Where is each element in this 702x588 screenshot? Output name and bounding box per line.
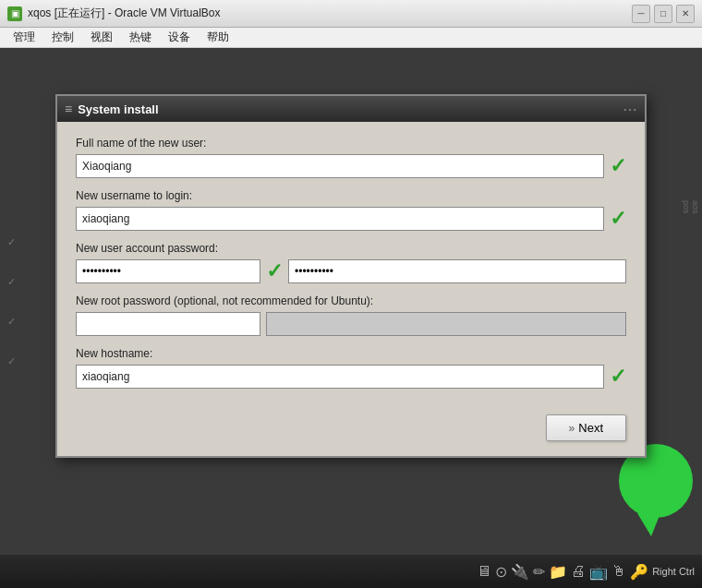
taskbar-icon-8[interactable]: 🖱	[611, 563, 626, 580]
left-decoration: ✓ ✓ ✓ ✓	[7, 236, 16, 367]
username-row: ✓	[76, 207, 626, 231]
dialog-title: System install	[78, 102, 158, 116]
next-button[interactable]: » Next	[546, 414, 626, 441]
system-install-dialog: ≡ System install ⋯ Full name of the new …	[55, 94, 647, 458]
dialog-content: Full name of the new user: ✓ New usernam…	[57, 122, 645, 403]
dialog-titlebar: ≡ System install ⋯	[57, 96, 645, 122]
menu-manage[interactable]: 管理	[6, 28, 42, 47]
username-input[interactable]	[76, 207, 604, 231]
minimize-button[interactable]: ─	[632, 5, 650, 23]
taskbar: 🖥 ⊙ 🔌 ✏ 📁 🖨 📺 🖱 🔑 Right Ctrl	[0, 555, 702, 588]
maximize-button[interactable]: □	[654, 5, 672, 23]
taskbar-icon-4[interactable]: ✏	[533, 563, 545, 581]
menu-bar: 管理 控制 视图 热键 设备 帮助	[0, 28, 702, 48]
taskbar-icon-3[interactable]: 🔌	[511, 563, 529, 581]
taskbar-icon-5[interactable]: 📁	[549, 563, 567, 581]
password-label: New user account password:	[76, 242, 626, 255]
close-button[interactable]: ✕	[676, 5, 695, 23]
menu-control[interactable]: 控制	[44, 28, 81, 47]
taskbar-icon-2[interactable]: ⊙	[495, 563, 507, 581]
side-decoration: aospos	[682, 200, 700, 214]
app-icon: ▣	[7, 6, 22, 21]
fullname-input[interactable]	[76, 154, 604, 178]
dialog-icon: ≡	[65, 102, 72, 116]
password-check-icon: ✓	[266, 261, 283, 282]
root-password-confirm-input[interactable]	[266, 312, 626, 336]
dialog-menu-dots[interactable]: ⋯	[623, 101, 637, 118]
taskbar-icon-1[interactable]: 🖥	[477, 563, 491, 580]
hostname-row: ✓	[76, 365, 626, 389]
taskbar-right-ctrl: Right Ctrl	[652, 566, 695, 577]
menu-device[interactable]: 设备	[161, 28, 198, 47]
hostname-check-icon: ✓	[610, 366, 626, 387]
root-password-label: New root password (optional, not recomme…	[76, 294, 626, 307]
menu-hotkey[interactable]: 热键	[122, 28, 159, 47]
dialog-title-left: ≡ System install	[65, 102, 159, 116]
title-bar: ▣ xqos [正在运行] - Oracle VM VirtualBox ─ □…	[0, 0, 702, 28]
vm-area: ✓ ✓ ✓ ✓ aospos ≡ System install ⋯ Full n…	[0, 48, 702, 555]
window-title: xqos [正在运行] - Oracle VM VirtualBox	[28, 6, 632, 21]
dialog-footer: » Next	[57, 403, 645, 456]
hostname-input[interactable]	[76, 365, 604, 389]
fullname-check-icon: ✓	[610, 156, 626, 176]
window-controls: ─ □ ✕	[632, 5, 695, 23]
username-check-icon: ✓	[610, 209, 626, 229]
taskbar-icon-7[interactable]: 📺	[589, 563, 608, 581]
password-confirm-input[interactable]	[288, 259, 626, 283]
menu-view[interactable]: 视图	[83, 28, 120, 47]
password-row: ✓	[76, 259, 626, 283]
fullname-label: Full name of the new user:	[76, 137, 626, 150]
next-arrows-icon: »	[569, 422, 575, 435]
menu-help[interactable]: 帮助	[200, 28, 236, 47]
taskbar-icon-9[interactable]: 🔑	[630, 563, 648, 581]
root-password-input[interactable]	[76, 312, 260, 336]
hostname-label: New hostname:	[76, 347, 626, 360]
fullname-row: ✓	[76, 154, 626, 178]
password-input[interactable]	[76, 259, 260, 283]
next-label: Next	[578, 421, 603, 435]
taskbar-icon-6[interactable]: 🖨	[571, 563, 586, 580]
root-password-row	[76, 312, 626, 336]
username-label: New username to login:	[76, 189, 626, 202]
